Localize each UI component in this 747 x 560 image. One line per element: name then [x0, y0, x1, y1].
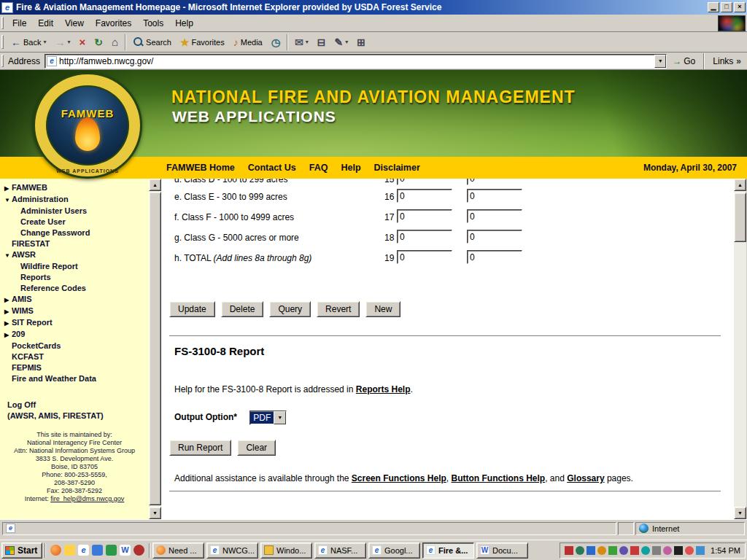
tray-icon[interactable] — [652, 546, 661, 555]
expanded-arrow-icon[interactable]: ▼ — [4, 195, 10, 206]
menu-view[interactable]: View — [59, 16, 90, 31]
ie-quick-launch-icon[interactable]: e — [78, 545, 89, 556]
links-button[interactable]: Links » — [707, 56, 747, 66]
sidebar-item-wims[interactable]: ▶WIMS — [0, 306, 149, 317]
go-button[interactable]: → Go — [667, 53, 701, 69]
menu-favorites[interactable]: Favorites — [90, 16, 137, 31]
tray-icon[interactable] — [663, 546, 672, 555]
scroll-up-button[interactable]: ▲ — [734, 179, 746, 191]
nav-faq[interactable]: FAQ — [309, 163, 328, 173]
history-button[interactable]: ◷ — [267, 34, 285, 51]
tray-icon[interactable] — [674, 546, 683, 555]
task-button-google[interactable]: e Googl... — [368, 542, 420, 559]
nav-disclaimer[interactable]: Disclaimer — [374, 163, 420, 173]
sidebar-item-kcfast[interactable]: KCFAST — [0, 351, 149, 362]
address-dropdown-button[interactable]: ▾ — [654, 55, 666, 68]
reports-help-link[interactable]: Reports Help — [356, 384, 411, 394]
sidebar-scrollbar[interactable]: ▲ ▼ — [149, 179, 161, 519]
discuss-button[interactable]: ⊞ — [352, 34, 370, 51]
tray-icon[interactable] — [630, 546, 639, 555]
forward-dropdown-icon[interactable]: ▾ — [67, 39, 70, 45]
quick-launch-icon[interactable] — [133, 545, 144, 556]
print-button[interactable]: ⊟ — [313, 34, 330, 51]
menu-tools[interactable]: Tools — [137, 16, 169, 31]
back-button[interactable]: ← Back ▾ — [7, 34, 50, 51]
tray-icon[interactable] — [619, 546, 628, 555]
screen-functions-help-link[interactable]: Screen Functions Help — [352, 473, 446, 483]
menu-file[interactable]: File — [7, 16, 32, 31]
scroll-down-button[interactable]: ▼ — [734, 507, 746, 519]
forward-button[interactable]: → ▾ — [50, 34, 74, 51]
sidebar-item-administer-users[interactable]: Administer Users — [0, 206, 149, 217]
task-button-need[interactable]: Need ... — [152, 542, 204, 559]
sidebar-item-amis[interactable]: ▶AMIS — [0, 294, 149, 306]
task-button-nwcg[interactable]: e NWCG... — [206, 542, 258, 559]
sidebar-item-209[interactable]: ▶209 — [0, 329, 149, 341]
clear-button[interactable]: Clear — [237, 440, 276, 456]
tray-icon[interactable] — [597, 546, 606, 555]
sidebar-item-create-user[interactable]: Create User — [0, 217, 149, 228]
sidebar-item-reports[interactable]: Reports — [0, 272, 149, 283]
logoff-link[interactable]: Log Off (AWSR, AMIS, FIRESTAT) — [0, 400, 149, 421]
sidebar-item-awsr[interactable]: ▼AWSR — [0, 249, 149, 261]
tray-icon[interactable] — [685, 546, 694, 555]
sidebar-item-wildfire-report[interactable]: Wildfire Report — [0, 261, 149, 272]
quick-launch-icon[interactable] — [106, 545, 117, 556]
media-button[interactable]: ♪ Media — [229, 34, 267, 51]
scrollbar-thumb[interactable] — [149, 192, 161, 505]
task-button-document[interactable]: W Docu... — [476, 542, 528, 559]
nav-help[interactable]: Help — [341, 163, 360, 173]
new-button[interactable]: New — [365, 301, 400, 317]
collapsed-arrow-icon[interactable]: ▶ — [4, 306, 10, 317]
class-f-input-col2[interactable] — [467, 209, 522, 223]
class-d-input-col2[interactable] — [467, 179, 522, 185]
nav-famweb-home[interactable]: FAMWEB Home — [166, 163, 235, 173]
update-button[interactable]: Update — [169, 301, 215, 317]
fire-help-email-link[interactable]: fire_help@dms.nwcg.gov — [50, 495, 124, 502]
sidebar-item-fepmis[interactable]: FEPMIS — [0, 362, 149, 373]
tray-icon[interactable] — [565, 546, 573, 555]
toolbar-grip[interactable] — [1, 35, 4, 49]
sidebar-item-change-password[interactable]: Change Password — [0, 228, 149, 238]
class-g-input-col2[interactable] — [467, 230, 522, 244]
tray-icon[interactable] — [608, 546, 617, 555]
toolbar-grip[interactable] — [1, 17, 4, 28]
total-input-col2[interactable] — [467, 250, 522, 264]
sidebar-item-reference-codes[interactable]: Reference Codes — [0, 283, 149, 294]
mail-button[interactable]: ✉ ▾ — [290, 34, 313, 51]
output-option-select[interactable]: PDF ▾ — [249, 411, 287, 425]
select-dropdown-button[interactable]: ▾ — [274, 411, 286, 424]
close-button[interactable]: × — [734, 2, 746, 12]
edit-button[interactable]: ✎ ▾ — [330, 34, 352, 51]
class-f-input-col1[interactable] — [397, 209, 452, 223]
revert-button[interactable]: Revert — [317, 301, 360, 317]
tray-icon[interactable] — [587, 546, 595, 555]
quick-launch-icon[interactable] — [64, 545, 75, 556]
back-dropdown-icon[interactable]: ▾ — [43, 39, 46, 45]
class-d-input-col1[interactable] — [397, 179, 452, 185]
tray-icon[interactable] — [696, 546, 705, 555]
collapsed-arrow-icon[interactable]: ▶ — [4, 295, 10, 306]
tray-icon[interactable] — [641, 546, 650, 555]
refresh-button[interactable]: ↻ — [90, 34, 107, 51]
task-button-fire-aviation-active[interactable]: e Fire &... — [422, 542, 474, 559]
nav-contact-us[interactable]: Contact Us — [248, 163, 296, 173]
class-g-input-col1[interactable] — [397, 230, 452, 244]
task-button-nasf[interactable]: e NASF... — [314, 542, 366, 559]
collapsed-arrow-icon[interactable]: ▶ — [4, 330, 10, 341]
menu-edit[interactable]: Edit — [32, 16, 59, 31]
scroll-down-button[interactable]: ▼ — [149, 507, 161, 519]
collapsed-arrow-icon[interactable]: ▶ — [4, 183, 10, 194]
home-button[interactable]: ⌂ — [107, 34, 123, 51]
collapsed-arrow-icon[interactable]: ▶ — [4, 318, 10, 329]
stop-button[interactable]: × — [75, 34, 90, 51]
class-e-input-col1[interactable] — [397, 189, 452, 203]
delete-button[interactable]: Delete — [221, 301, 264, 317]
quick-launch-icon[interactable] — [92, 545, 103, 556]
scrollbar-thumb[interactable] — [734, 192, 746, 242]
word-quick-launch-icon[interactable]: W — [120, 545, 131, 556]
start-button[interactable]: Start — [1, 542, 42, 559]
expanded-arrow-icon[interactable]: ▼ — [4, 250, 10, 261]
mail-dropdown-icon[interactable]: ▾ — [306, 39, 309, 45]
address-input[interactable]: e http://famweb.nwcg.gov/ ▾ — [44, 54, 667, 69]
